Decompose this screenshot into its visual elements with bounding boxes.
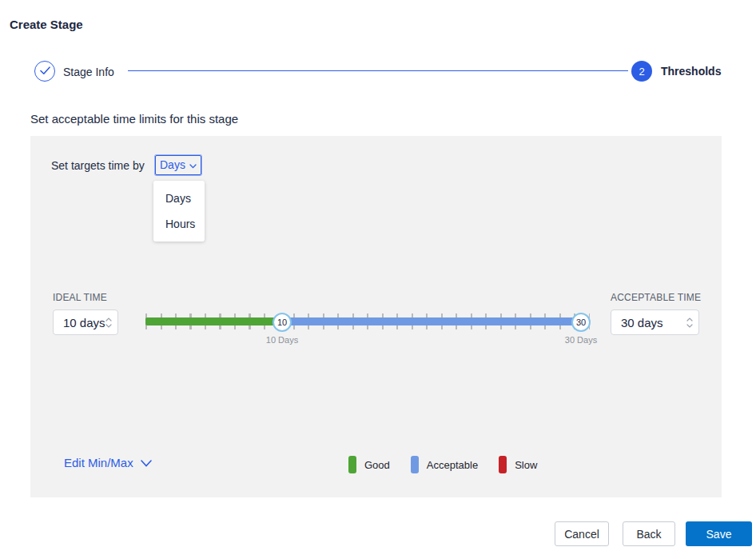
unit-dropdown-menu: Days Hours bbox=[153, 181, 205, 242]
thresholds-panel: Set targets time by Days Days Hours IDEA… bbox=[30, 136, 722, 497]
ideal-time-field bbox=[53, 309, 118, 335]
legend-label-acceptable: Acceptable bbox=[427, 459, 478, 471]
acceptable-time-input[interactable] bbox=[611, 310, 686, 334]
legend-item-acceptable: Acceptable bbox=[411, 456, 478, 473]
ideal-time-label: IDEAL TIME bbox=[53, 292, 107, 303]
section-heading: Set acceptable time limits for this stag… bbox=[30, 112, 238, 126]
acceptable-time-label: ACCEPTABLE TIME bbox=[611, 292, 701, 303]
good-swatch bbox=[348, 456, 356, 473]
acceptable-swatch bbox=[411, 456, 419, 473]
ideal-time-input[interactable] bbox=[54, 310, 105, 334]
step-number: 2 bbox=[639, 66, 644, 78]
slider-handle-acceptable-value: 30 bbox=[576, 317, 586, 327]
dropdown-option-days[interactable]: Days bbox=[153, 186, 205, 211]
slow-swatch bbox=[499, 456, 507, 473]
legend-label-good: Good bbox=[364, 459, 390, 471]
edit-minmax-toggle[interactable]: Edit Min/Max bbox=[64, 456, 152, 469]
step-stage-info-label[interactable]: Stage Info bbox=[63, 66, 114, 78]
chevron-down-icon bbox=[105, 324, 112, 328]
slider-track-acceptable bbox=[282, 317, 589, 325]
legend-item-slow: Slow bbox=[499, 456, 537, 473]
legend: Good Acceptable Slow bbox=[348, 456, 537, 473]
check-icon bbox=[40, 64, 50, 78]
slider-acceptable-tick-label: 30 Days bbox=[565, 335, 597, 345]
slider-handle-ideal[interactable]: 10 bbox=[273, 313, 292, 332]
chevron-up-icon bbox=[686, 317, 693, 321]
page-title: Create Stage bbox=[10, 18, 83, 31]
dropdown-option-hours[interactable]: Hours bbox=[153, 211, 205, 237]
slider-handle-ideal-value: 10 bbox=[277, 317, 287, 327]
stepper-connector-line bbox=[128, 70, 628, 71]
back-button[interactable]: Back bbox=[623, 521, 675, 546]
unit-select-trigger[interactable]: Days bbox=[155, 155, 201, 175]
unit-select-value: Days bbox=[160, 158, 185, 171]
slider-ideal-tick-label: 10 Days bbox=[266, 335, 298, 345]
step-thresholds-indicator[interactable]: 2 bbox=[631, 61, 652, 82]
acceptable-time-stepper[interactable] bbox=[686, 317, 698, 328]
chevron-down-icon bbox=[686, 324, 693, 328]
chevron-up-icon bbox=[105, 317, 112, 321]
targets-time-by-label: Set targets time by bbox=[51, 159, 145, 172]
slider-track-good bbox=[145, 317, 282, 325]
legend-item-good: Good bbox=[348, 456, 390, 473]
step-thresholds-label[interactable]: Thresholds bbox=[661, 65, 721, 78]
save-button[interactable]: Save bbox=[686, 521, 752, 546]
ideal-time-stepper[interactable] bbox=[105, 317, 117, 328]
edit-minmax-label: Edit Min/Max bbox=[64, 456, 133, 469]
cancel-button[interactable]: Cancel bbox=[555, 521, 609, 546]
acceptable-time-field bbox=[611, 309, 699, 335]
chevron-down-icon bbox=[141, 456, 152, 469]
legend-label-slow: Slow bbox=[515, 459, 537, 471]
step-stage-info-indicator[interactable] bbox=[34, 61, 55, 82]
chevron-down-icon bbox=[189, 158, 197, 171]
slider-handle-acceptable[interactable]: 30 bbox=[571, 313, 591, 332]
